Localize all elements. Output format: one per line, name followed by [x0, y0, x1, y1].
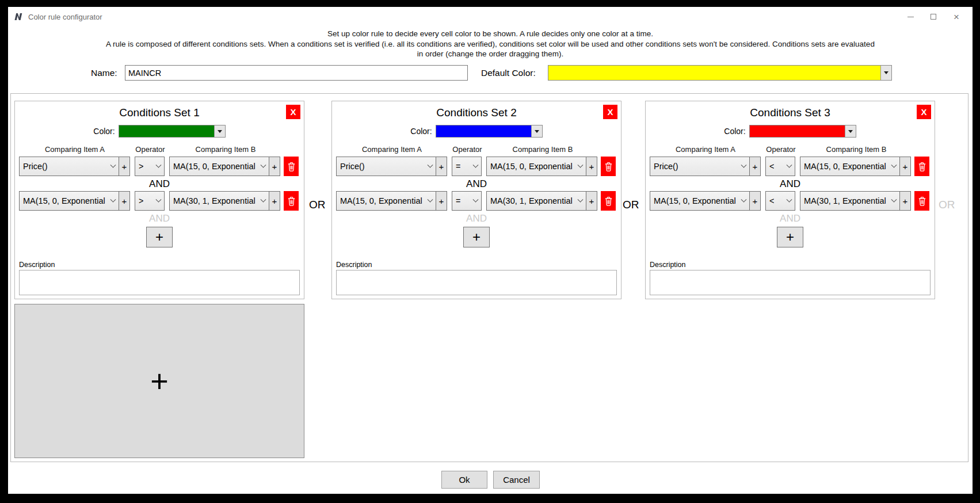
conditions-set-2-panel: X Conditions Set 2 Color: Comparing Item…	[331, 101, 621, 299]
set-1-and-disabled-label: AND	[19, 213, 300, 226]
set-3-add-condition-button[interactable]: +	[777, 227, 803, 247]
set-1-color-dropdown-button[interactable]	[214, 125, 225, 137]
set-3-description-input[interactable]	[650, 270, 931, 295]
chevron-down-icon	[787, 196, 792, 202]
operator-value: <	[769, 162, 774, 171]
item-b-value: MA(15, 0, Exponential	[804, 162, 886, 171]
set-2-row-1-operator-dropdown[interactable]: =	[452, 157, 482, 176]
set-2-row-2-item-b-add-button[interactable]: +	[586, 191, 597, 211]
set-2-row-2-operator-dropdown[interactable]: =	[452, 191, 482, 211]
set-1-row-1-item-a-add-button[interactable]: +	[119, 157, 130, 176]
item-b-value: MA(30, 1, Exponential	[490, 196, 573, 205]
set-2-row-1-delete-button[interactable]	[601, 157, 616, 176]
chevron-down-icon	[741, 196, 747, 202]
set-2-row-2-item-a-add-button[interactable]: +	[436, 191, 447, 211]
remove-set-1-button[interactable]: X	[286, 105, 300, 119]
add-conditions-set-button[interactable]: +	[14, 304, 304, 458]
minimize-icon	[907, 17, 914, 17]
set-1-row-2-item-b-dropdown[interactable]: MA(30, 1, Exponential	[169, 191, 269, 211]
set-2-condition-row-1: Price() + = MA(15, 0, Exponential +	[336, 157, 617, 176]
chevron-down-icon	[787, 162, 792, 167]
header-operator: Operator	[766, 145, 796, 154]
operator-value: >	[139, 162, 143, 171]
set-1-description-input[interactable]	[19, 270, 300, 295]
set-1-description-label: Description	[19, 261, 300, 269]
item-a-value: Price()	[23, 162, 48, 171]
name-label: Name:	[91, 68, 117, 78]
set-3-row-1-operator-dropdown[interactable]: <	[765, 157, 795, 176]
set-2-row-1-item-b-add-button[interactable]: +	[586, 157, 597, 176]
set-2-row-2-item-a-dropdown[interactable]: MA(15, 0, Exponential	[336, 191, 436, 211]
set-3-color-dropdown[interactable]	[749, 125, 856, 138]
title-bar: Color rule configurator ×	[8, 7, 973, 26]
dropdown-arrow-icon	[884, 71, 889, 74]
dropdown-arrow-icon	[535, 130, 539, 133]
dropdown-arrow-icon	[218, 130, 222, 133]
set-2-and-disabled-label: AND	[336, 213, 617, 226]
set-2-color-dropdown[interactable]	[436, 125, 543, 138]
or-label-1: OR	[309, 199, 326, 211]
operator-value: =	[456, 162, 460, 171]
trash-icon	[918, 162, 926, 172]
set-1-row-1-item-a-dropdown[interactable]: Price()	[19, 157, 119, 176]
chevron-down-icon	[578, 162, 584, 167]
set-1-condition-row-1: Price() + > MA(15, 0, Exponential +	[19, 157, 300, 176]
instructions-line-2: A rule is composed of different conditio…	[8, 39, 973, 49]
set-2-add-condition-button[interactable]: +	[463, 227, 490, 247]
set-3-row-1-item-b-dropdown[interactable]: MA(15, 0, Exponential	[800, 157, 900, 176]
remove-set-2-button[interactable]: X	[603, 105, 617, 119]
set-2-row-2-delete-button[interactable]	[601, 191, 616, 211]
minimize-button[interactable]	[899, 9, 922, 25]
set-3-row-1-item-b-add-button[interactable]: +	[899, 157, 911, 176]
set-3-row-1-delete-button[interactable]	[914, 157, 929, 176]
set-1-row-1-item-b-dropdown[interactable]: MA(15, 0, Exponential	[169, 157, 269, 176]
default-color-dropdown[interactable]	[548, 65, 892, 81]
set-2-color-dropdown-button[interactable]	[531, 125, 542, 137]
set-1-color-swatch	[119, 125, 214, 137]
remove-set-3-button[interactable]: X	[917, 105, 931, 119]
set-3-row-1-item-a-dropdown[interactable]: Price()	[650, 157, 750, 176]
set-1-row-1-item-b-add-button[interactable]: +	[269, 157, 280, 176]
header-comparing-item-a: Comparing Item A	[19, 145, 131, 154]
set-3-row-2-item-b-dropdown[interactable]: MA(30, 1, Exponential	[800, 191, 900, 211]
name-input[interactable]	[125, 65, 468, 81]
set-3-color-dropdown-button[interactable]	[845, 125, 856, 137]
set-3-row-2-delete-button[interactable]	[914, 191, 929, 211]
set-2-row-1-item-a-add-button[interactable]: +	[436, 157, 447, 176]
set-1-and-label: AND	[19, 178, 300, 191]
set-3-and-disabled-label: AND	[650, 213, 931, 226]
trash-icon	[918, 196, 926, 206]
set-1-row-1-operator-dropdown[interactable]: >	[135, 157, 165, 176]
set-3-row-1-item-a-add-button[interactable]: +	[749, 157, 761, 176]
set-1-row-2-operator-dropdown[interactable]: >	[135, 191, 165, 211]
set-3-description-label: Description	[650, 261, 931, 269]
default-color-dropdown-button[interactable]	[880, 66, 891, 80]
chevron-down-icon	[156, 196, 162, 202]
close-button[interactable]: ×	[945, 9, 968, 25]
set-3-row-2-operator-dropdown[interactable]: <	[765, 191, 795, 211]
set-1-row-2-item-a-dropdown[interactable]: MA(15, 0, Exponential	[19, 191, 119, 211]
maximize-button[interactable]	[922, 9, 945, 25]
set-1-row-2-item-b-add-button[interactable]: +	[269, 191, 280, 211]
set-1-color-dropdown[interactable]	[119, 125, 226, 138]
set-2-description-input[interactable]	[336, 270, 617, 295]
ok-button[interactable]: Ok	[441, 471, 487, 489]
set-3-row-2-item-a-dropdown[interactable]: MA(15, 0, Exponential	[650, 191, 750, 211]
default-color-swatch	[548, 66, 880, 80]
set-2-row-2-item-b-dropdown[interactable]: MA(30, 1, Exponential	[486, 191, 586, 211]
set-2-row-1-item-a-dropdown[interactable]: Price()	[336, 157, 436, 176]
chevron-down-icon	[741, 162, 747, 167]
trash-icon	[604, 162, 613, 172]
set-1-row-2-item-a-add-button[interactable]: +	[119, 191, 130, 211]
set-2-row-1-item-b-dropdown[interactable]: MA(15, 0, Exponential	[486, 157, 586, 176]
set-3-condition-row-1: Price() + < MA(15, 0, Exponential +	[650, 157, 931, 176]
set-1-row-1-delete-button[interactable]	[284, 157, 299, 176]
header-comparing-item-b: Comparing Item B	[800, 145, 912, 154]
cancel-button[interactable]: Cancel	[493, 471, 540, 489]
set-3-row-2-item-a-add-button[interactable]: +	[749, 191, 761, 211]
set-3-row-2-item-b-add-button[interactable]: +	[899, 191, 911, 211]
plus-icon: +	[150, 365, 169, 397]
operator-value: <	[769, 196, 774, 205]
set-1-row-2-delete-button[interactable]	[284, 191, 299, 211]
set-1-add-condition-button[interactable]: +	[146, 227, 173, 247]
